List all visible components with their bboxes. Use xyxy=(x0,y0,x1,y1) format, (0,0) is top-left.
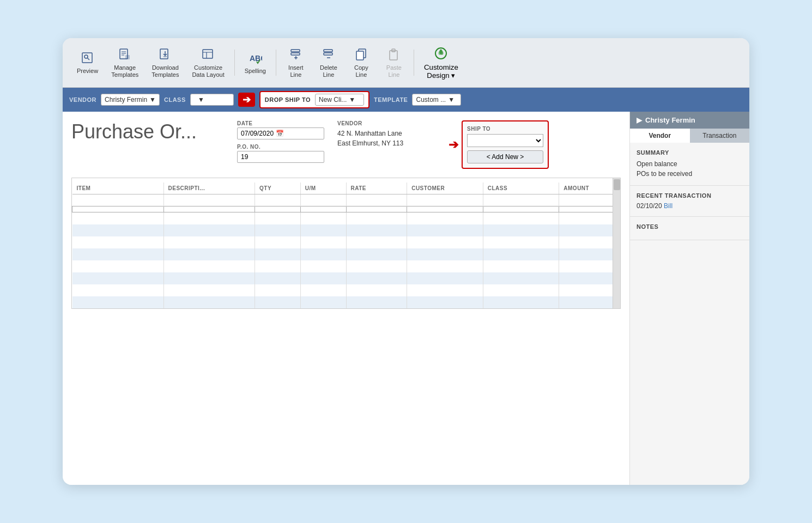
svg-rect-16 xyxy=(291,53,300,55)
items-table: ITEM DESCRIPTI... QTY U/M RATE CUSTOMER … xyxy=(72,183,620,308)
recent-bill-link[interactable]: Bill xyxy=(664,202,672,210)
date-input[interactable]: 07/09/2020 📅 xyxy=(237,127,324,139)
recent-transaction-item: 02/10/20 Bill xyxy=(637,202,743,210)
separator-3 xyxy=(414,50,414,76)
summary-title: SUMMARY xyxy=(637,149,743,156)
insert-line-icon xyxy=(288,47,304,62)
preview-label: Preview xyxy=(77,68,98,75)
col-rate: RATE xyxy=(346,183,407,194)
spelling-icon: ABC xyxy=(247,50,263,65)
spelling-button[interactable]: ABC Spelling xyxy=(239,47,271,78)
table-row[interactable] xyxy=(72,194,620,206)
preview-icon xyxy=(80,50,95,65)
summary-section: SUMMARY Open balance POs to be received xyxy=(630,143,749,186)
manage-templates-button[interactable]: ManageTemplates xyxy=(106,44,144,82)
table-row[interactable] xyxy=(72,284,620,296)
download-templates-button[interactable]: DownloadTemplates xyxy=(146,44,184,82)
customize-design-label: CustomizeDesign ▾ xyxy=(424,63,458,80)
col-amount: AMOUNT xyxy=(559,183,620,194)
vertical-scrollbar[interactable] xyxy=(613,178,620,308)
notes-section: NOTES xyxy=(630,217,749,240)
spelling-label: Spelling xyxy=(245,68,266,75)
template-select[interactable]: Custom ... ▼ xyxy=(412,94,461,106)
doc-fields: DATE 07/09/2020 📅 P.O. NO. 19 xyxy=(237,120,324,163)
download-templates-icon xyxy=(157,47,173,62)
delete-line-label: DeleteLine xyxy=(320,64,337,78)
content-area: Purchase Or... DATE 07/09/2020 📅 P.O. NO… xyxy=(63,112,749,485)
paste-line-icon xyxy=(386,47,402,62)
paste-line-label: PasteLine xyxy=(386,64,402,78)
main-content: Purchase Or... DATE 07/09/2020 📅 P.O. NO… xyxy=(63,112,629,485)
date-field-group: DATE 07/09/2020 📅 xyxy=(237,120,324,139)
recent-transaction-section: RECENT TRANSACTION 02/10/20 Bill xyxy=(630,186,749,217)
customize-design-icon xyxy=(433,46,449,61)
template-label: TEMPLATE xyxy=(374,96,408,103)
vendor-block-label: VENDOR xyxy=(337,120,435,126)
col-item: ITEM xyxy=(72,183,164,194)
open-balance-row: Open balance xyxy=(637,159,743,169)
table-header-row: ITEM DESCRIPTI... QTY U/M RATE CUSTOMER … xyxy=(72,183,620,194)
ship-to-arrow: ➔ xyxy=(449,138,458,152)
customize-data-layout-icon xyxy=(201,47,216,62)
class-label: CLASS xyxy=(164,96,186,103)
sidebar-expand-icon[interactable]: ▶ xyxy=(637,116,642,124)
sidebar-tabs: Vendor Transaction xyxy=(630,129,749,143)
notes-title: NOTES xyxy=(637,223,743,230)
svg-rect-15 xyxy=(291,50,300,52)
svg-rect-23 xyxy=(356,51,363,60)
table-row[interactable] xyxy=(72,212,620,224)
svg-line-2 xyxy=(87,58,89,60)
separator-1 xyxy=(234,50,235,76)
sidebar-header: ▶ Christy Fermin xyxy=(630,112,749,129)
insert-line-label: InsertLine xyxy=(288,64,304,78)
table-row[interactable] xyxy=(72,206,620,212)
add-new-button[interactable]: < Add New > xyxy=(467,150,543,163)
class-select[interactable]: ▼ xyxy=(190,94,234,106)
delete-line-button[interactable]: DeleteLine xyxy=(313,44,344,82)
drop-ship-to-box: DROP SHIP TO New Cli... ▼ xyxy=(259,91,369,108)
pos-to-receive-row: POs to be received xyxy=(637,169,743,179)
recent-date: 02/10/20 xyxy=(637,202,662,210)
vendor-label: VENDOR xyxy=(69,96,96,103)
paste-line-button[interactable]: PasteLine xyxy=(379,44,409,82)
tab-vendor[interactable]: Vendor xyxy=(630,129,690,143)
tab-transaction[interactable]: Transaction xyxy=(690,129,750,143)
svg-point-1 xyxy=(84,55,88,58)
table-row[interactable] xyxy=(72,296,620,308)
scrollbar-thumb[interactable] xyxy=(614,179,620,190)
manage-templates-icon xyxy=(117,47,132,62)
calendar-icon[interactable]: 📅 xyxy=(276,130,284,137)
po-no-field-group: P.O. NO. 19 xyxy=(237,144,324,163)
table-row[interactable] xyxy=(72,248,620,260)
insert-line-button[interactable]: InsertLine xyxy=(281,44,311,82)
svg-text:ABC: ABC xyxy=(250,54,262,63)
customize-data-layout-button[interactable]: CustomizeData Layout xyxy=(186,44,229,82)
drop-ship-to-select[interactable]: New Cli... ▼ xyxy=(315,94,364,106)
table-row[interactable] xyxy=(72,224,620,236)
copy-line-button[interactable]: CopyLine xyxy=(346,44,377,82)
date-label: DATE xyxy=(237,120,324,126)
vendor-address: 42 N. Manhattan LaneEast Elmhurst, NY 11… xyxy=(337,129,435,148)
copy-line-label: CopyLine xyxy=(354,64,368,78)
manage-templates-label: ManageTemplates xyxy=(111,64,138,78)
vendor-block: VENDOR 42 N. Manhattan LaneEast Elmhurst… xyxy=(337,120,435,148)
col-qty: QTY xyxy=(255,183,301,194)
customize-design-button[interactable]: CustomizeDesign ▾ xyxy=(419,42,464,83)
ship-to-select[interactable] xyxy=(467,134,543,147)
preview-button[interactable]: Preview xyxy=(71,47,104,78)
copy-line-icon xyxy=(354,47,369,62)
po-no-input[interactable]: 19 xyxy=(237,151,324,163)
col-class: CLASS xyxy=(483,183,559,194)
recent-transaction-title: RECENT TRANSACTION xyxy=(637,192,743,199)
drop-ship-arrow: ➔ xyxy=(238,93,255,107)
svg-rect-7 xyxy=(125,55,130,59)
col-description: DESCRIPTI... xyxy=(163,183,255,194)
table-row[interactable] xyxy=(72,260,620,272)
po-no-label: P.O. NO. xyxy=(237,144,324,150)
table-row[interactable] xyxy=(72,236,620,248)
ship-to-box: SHIP TO < Add New > xyxy=(462,120,549,169)
svg-rect-11 xyxy=(203,50,213,58)
vendor-select[interactable]: Christy Fermin ▼ xyxy=(101,94,160,106)
table-row[interactable] xyxy=(72,272,620,284)
sidebar: ▶ Christy Fermin Vendor Transaction SUMM… xyxy=(629,112,749,485)
